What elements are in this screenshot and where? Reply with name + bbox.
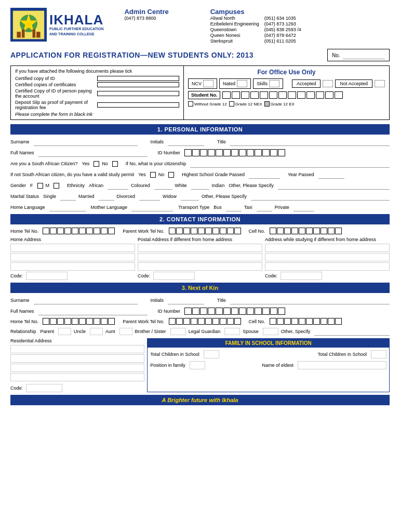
grade-12-nex-checkbox[interactable]: [229, 101, 234, 107]
rel-other-input[interactable]: [314, 327, 390, 336]
gender-f-checkbox[interactable]: [37, 183, 43, 189]
legal-guardian-box[interactable]: [224, 328, 240, 335]
kin-id-10[interactable]: [255, 308, 262, 315]
sn-box-8[interactable]: [288, 91, 296, 99]
res-addr-3[interactable]: [10, 364, 144, 372]
kh-tel-8[interactable]: [94, 318, 100, 325]
skills-checkbox[interactable]: [269, 80, 279, 87]
divorced-box[interactable]: [139, 192, 160, 201]
sn-box-9[interactable]: [297, 91, 305, 99]
id-box-1[interactable]: [184, 149, 192, 156]
kc-1[interactable]: [270, 318, 276, 325]
sn-box-2[interactable]: [232, 91, 240, 99]
home-language-input[interactable]: [49, 203, 86, 211]
study-addr-1[interactable]: [265, 244, 390, 252]
kh-tel-7[interactable]: [86, 318, 93, 325]
kc-4[interactable]: [291, 318, 298, 325]
kpw-tel-8[interactable]: [220, 318, 226, 325]
kc-3[interactable]: [284, 318, 291, 325]
pw-tel-10[interactable]: [234, 228, 241, 234]
postal-addr-3[interactable]: [138, 262, 262, 271]
ncv-checkbox[interactable]: [203, 80, 214, 87]
initials-input[interactable]: [168, 138, 204, 146]
eth-white-box[interactable]: [191, 181, 209, 190]
pw-tel-1[interactable]: [169, 228, 176, 234]
home-tel-6[interactable]: [79, 228, 86, 234]
res-addr-1[interactable]: [10, 345, 144, 353]
home-tel-2[interactable]: [50, 228, 57, 234]
single-box[interactable]: [60, 192, 76, 201]
not-accepted-checkbox[interactable]: [375, 80, 385, 87]
pw-tel-8[interactable]: [220, 228, 226, 234]
kin-id-6[interactable]: [223, 308, 231, 315]
sn-box-10[interactable]: [306, 91, 315, 99]
kin-id-8[interactable]: [239, 308, 246, 315]
skills-button[interactable]: Skills: [253, 78, 283, 89]
sn-box-11[interactable]: [316, 91, 324, 99]
sa-citizen-no-checkbox[interactable]: [112, 161, 118, 167]
kin-initials-input[interactable]: [168, 296, 204, 304]
kin-id-1[interactable]: [184, 308, 192, 315]
pw-tel-5[interactable]: [198, 228, 205, 234]
eth-other-input[interactable]: [278, 181, 390, 190]
sn-box-13[interactable]: [335, 91, 343, 99]
uncle-box[interactable]: [90, 328, 103, 335]
id-box-2[interactable]: [192, 149, 199, 156]
aunt-box[interactable]: [119, 328, 132, 335]
home-addr-1[interactable]: [10, 244, 135, 252]
highest-grade-input[interactable]: [249, 170, 280, 179]
title-input[interactable]: [230, 138, 390, 146]
pw-tel-6[interactable]: [205, 228, 212, 234]
id-box-5[interactable]: [216, 149, 223, 156]
kin-id-11[interactable]: [262, 308, 270, 315]
accepted-checkbox[interactable]: [323, 80, 333, 87]
postal-addr-2[interactable]: [138, 253, 262, 261]
home-tel-7[interactable]: [86, 228, 93, 234]
home-tel-1[interactable]: [43, 228, 49, 234]
kc-9[interactable]: [328, 318, 335, 325]
ncv-button[interactable]: NCV: [188, 78, 217, 89]
home-tel-9[interactable]: [101, 228, 108, 234]
sa-citizen-yes-checkbox[interactable]: [94, 161, 99, 167]
cell-5[interactable]: [299, 228, 305, 234]
study-permit-yes-checkbox[interactable]: [150, 172, 156, 178]
grade-12-ex-checkbox[interactable]: [264, 101, 270, 107]
sn-box-1[interactable]: [222, 91, 231, 99]
kpw-tel-2[interactable]: [176, 318, 183, 325]
kh-tel-6[interactable]: [79, 318, 86, 325]
pw-tel-7[interactable]: [212, 228, 219, 234]
total-children-input-2[interactable]: [371, 350, 386, 358]
home-tel-8[interactable]: [94, 228, 100, 234]
kin-id-9[interactable]: [247, 308, 254, 315]
id-box-13[interactable]: [278, 149, 285, 156]
bus-box[interactable]: [226, 203, 242, 211]
study-permit-no-checkbox[interactable]: [168, 172, 174, 178]
kin-id-12[interactable]: [270, 308, 277, 315]
checkbox-certificates[interactable]: [97, 82, 179, 87]
kh-tel-4[interactable]: [64, 318, 71, 325]
home-addr-3[interactable]: [10, 262, 135, 271]
cell-8[interactable]: [321, 228, 327, 234]
id-box-4[interactable]: [208, 149, 215, 156]
surname-input[interactable]: [34, 138, 138, 146]
id-box-11[interactable]: [262, 149, 270, 156]
kin-id-5[interactable]: [216, 308, 223, 315]
marital-other-input[interactable]: [251, 192, 390, 201]
id-box-3[interactable]: [200, 149, 207, 156]
postal-addr-1[interactable]: [138, 244, 262, 252]
kin-id-4[interactable]: [208, 308, 215, 315]
id-box-10[interactable]: [255, 149, 262, 156]
kc-8[interactable]: [321, 318, 327, 325]
cell-4[interactable]: [291, 228, 298, 234]
fullnames-input[interactable]: [38, 149, 148, 157]
kh-tel-2[interactable]: [50, 318, 57, 325]
kc-10[interactable]: [335, 318, 342, 325]
home-code-input[interactable]: [26, 272, 68, 280]
kpw-tel-10[interactable]: [234, 318, 241, 325]
mother-language-input[interactable]: [131, 203, 173, 211]
home-tel-3[interactable]: [57, 228, 64, 234]
id-box-9[interactable]: [247, 149, 254, 156]
cell-3[interactable]: [284, 228, 291, 234]
pw-tel-3[interactable]: [183, 228, 190, 234]
spouse-box[interactable]: [263, 328, 278, 335]
